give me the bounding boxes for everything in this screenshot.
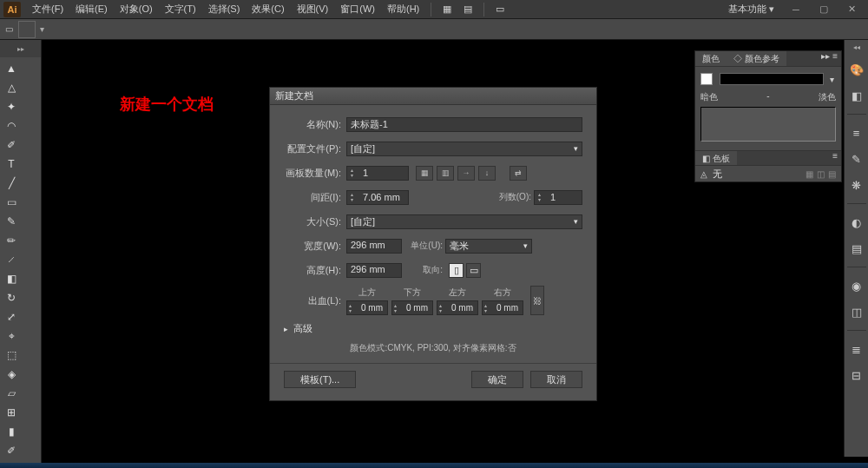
bleed-bottom-input[interactable]: ▴▾0 mm xyxy=(391,300,433,315)
size-label: 大小(S): xyxy=(284,215,346,228)
rectangle-tool[interactable]: ▭ xyxy=(2,193,21,212)
color-bar[interactable] xyxy=(720,73,824,85)
menubar: Ai 文件(F) 编辑(E) 对象(O) 文字(T) 选择(S) 效果(C) 视… xyxy=(0,0,868,19)
rtl-button[interactable]: ⇄ xyxy=(510,166,527,181)
magic-wand-tool[interactable]: ✦ xyxy=(2,97,21,116)
swatch-icon-3[interactable]: ▤ xyxy=(828,169,836,179)
bleed-right-input[interactable]: ▴▾0 mm xyxy=(482,300,523,315)
doc-icon[interactable]: ▭ xyxy=(491,2,509,17)
eyedropper-tool[interactable]: ✐ xyxy=(2,441,21,460)
color-palette-icon[interactable]: 🎨 xyxy=(847,60,866,79)
appearance-icon[interactable]: ◉ xyxy=(847,276,866,295)
profile-label: 配置文件(P): xyxy=(284,142,346,155)
units-label: 单位(U): xyxy=(411,240,445,252)
line-tool[interactable]: ╱ xyxy=(2,174,21,193)
color-panel: 颜色 ◇ 颜色参考 ▸▸ ≡ ▾ 暗色 - 淡色 ◧ 色板 ≡ ◬ 无 ▦ ◫ … xyxy=(694,50,842,182)
swatches-icon[interactable]: ◧ xyxy=(847,86,866,105)
swatches-menu-icon[interactable]: ≡ xyxy=(829,151,841,165)
columns-label: 列数(O): xyxy=(418,191,534,203)
bleed-left-label: 左方 xyxy=(449,287,466,299)
bleed-left-input[interactable]: ▴▾0 mm xyxy=(437,300,478,315)
lasso-tool[interactable]: ◠ xyxy=(2,116,21,135)
size-select[interactable]: [自定] xyxy=(346,214,582,229)
perspective-tool[interactable]: ▱ xyxy=(2,384,21,403)
no-swatch-label: 无 xyxy=(713,168,722,181)
cancel-button[interactable]: 取消 xyxy=(530,371,582,388)
menu-window[interactable]: 窗口(W) xyxy=(334,3,381,16)
type-tool[interactable]: T xyxy=(2,155,21,174)
layers-icon[interactable]: ≣ xyxy=(847,339,866,359)
minimize-button[interactable]: ─ xyxy=(783,0,809,19)
free-transform-tool[interactable]: ⬚ xyxy=(2,346,21,365)
orientation-landscape[interactable]: ▭ xyxy=(466,263,481,278)
pen-tool[interactable]: ✐ xyxy=(2,135,21,155)
menu-text[interactable]: 文字(T) xyxy=(159,3,202,16)
menu-select[interactable]: 选择(S) xyxy=(202,3,247,16)
menu-object[interactable]: 对象(O) xyxy=(114,3,159,16)
menu-effect[interactable]: 效果(C) xyxy=(246,3,290,16)
direct-selection-tool[interactable]: △ xyxy=(2,78,21,97)
tab-color-guide[interactable]: ◇ 颜色参考 xyxy=(727,51,786,66)
arrange-row-button[interactable]: → xyxy=(457,166,475,181)
shape-builder-tool[interactable]: ◈ xyxy=(2,365,21,384)
pencil-tool[interactable]: ✏ xyxy=(2,231,21,250)
layout-icon-1[interactable]: ▦ xyxy=(438,2,456,17)
symbols-icon[interactable]: ❋ xyxy=(847,175,866,194)
spacing-input[interactable]: ▴▾7.06 mm xyxy=(346,190,409,205)
maximize-button[interactable]: ▢ xyxy=(811,0,837,19)
orientation-portrait[interactable]: ▯ xyxy=(449,263,464,278)
swatch-icon-2[interactable]: ◫ xyxy=(817,169,825,179)
brushes-icon[interactable]: ✎ xyxy=(847,149,866,168)
arrange-col-button[interactable]: ↓ xyxy=(478,166,496,181)
active-color-swatch[interactable] xyxy=(700,73,713,85)
menu-edit[interactable]: 编辑(E) xyxy=(69,3,114,16)
canvas-annotation: 新建一个文档 xyxy=(120,94,214,115)
spacing-label: 间距(I): xyxy=(284,191,346,204)
toolbox-header: ▸▸ xyxy=(0,40,42,57)
layout-icon-2[interactable]: ▤ xyxy=(459,2,477,17)
gradient-panel-icon[interactable]: ▤ xyxy=(847,239,866,258)
blob-brush-tool[interactable]: ⟋ xyxy=(2,250,21,269)
paintbrush-tool[interactable]: ✎ xyxy=(2,212,21,231)
tab-color[interactable]: 颜色 xyxy=(695,51,727,66)
grid-by-col-button[interactable]: ▥ xyxy=(437,166,454,181)
gradient-tool[interactable]: ▮ xyxy=(2,422,21,441)
rotate-tool[interactable]: ↻ xyxy=(2,288,21,307)
menu-view[interactable]: 视图(V) xyxy=(291,3,335,16)
name-label: 名称(N): xyxy=(284,118,346,131)
transparency-icon[interactable]: ◐ xyxy=(847,213,866,232)
name-input[interactable]: 未标题-1 xyxy=(346,117,582,132)
units-select[interactable]: 毫米 xyxy=(445,239,532,254)
artboards-input[interactable]: ▴▾1 xyxy=(346,166,409,181)
swatch-icon-1[interactable]: ▦ xyxy=(806,169,813,179)
template-button[interactable]: 模板(T)... xyxy=(284,371,356,388)
scale-tool[interactable]: ⤢ xyxy=(2,307,21,326)
stroke-icon[interactable]: ≡ xyxy=(847,123,866,142)
width-input[interactable]: 296 mm xyxy=(346,239,402,254)
light-label: 淡色 xyxy=(819,91,836,103)
width-tool[interactable]: ⌖ xyxy=(2,326,21,346)
panel-menu-icon[interactable]: ▸▸ ≡ xyxy=(818,51,841,66)
workspace-switcher[interactable]: 基本功能 ▾ xyxy=(721,3,781,16)
grid-by-row-button[interactable]: ▦ xyxy=(416,166,433,181)
tab-swatches[interactable]: ◧ 色板 xyxy=(695,151,737,165)
menu-help[interactable]: 帮助(H) xyxy=(381,3,425,16)
advanced-expander[interactable]: 高级 xyxy=(284,322,582,335)
bleed-link-icon[interactable]: ⛓ xyxy=(530,286,544,315)
height-input[interactable]: 296 mm xyxy=(346,263,402,278)
bleed-top-input[interactable]: ▴▾0 mm xyxy=(346,300,388,315)
align-icon[interactable]: ⊟ xyxy=(847,366,866,385)
ok-button[interactable]: 确定 xyxy=(471,371,523,388)
eraser-tool[interactable]: ◧ xyxy=(2,269,21,288)
profile-select[interactable]: [自定] xyxy=(346,142,582,156)
graphic-styles-icon[interactable]: ◫ xyxy=(847,302,866,321)
bleed-right-label: 右方 xyxy=(494,287,511,299)
color-harmony-grid[interactable] xyxy=(700,107,836,142)
columns-input[interactable]: ▴▾1 xyxy=(534,190,582,205)
selection-tool[interactable]: ▲ xyxy=(2,59,21,78)
menu-file[interactable]: 文件(F) xyxy=(26,3,69,16)
close-button[interactable]: ✕ xyxy=(838,0,865,19)
fill-indicator[interactable] xyxy=(18,21,36,38)
bleed-label: 出血(L): xyxy=(284,294,346,307)
mesh-tool[interactable]: ⊞ xyxy=(2,403,21,422)
